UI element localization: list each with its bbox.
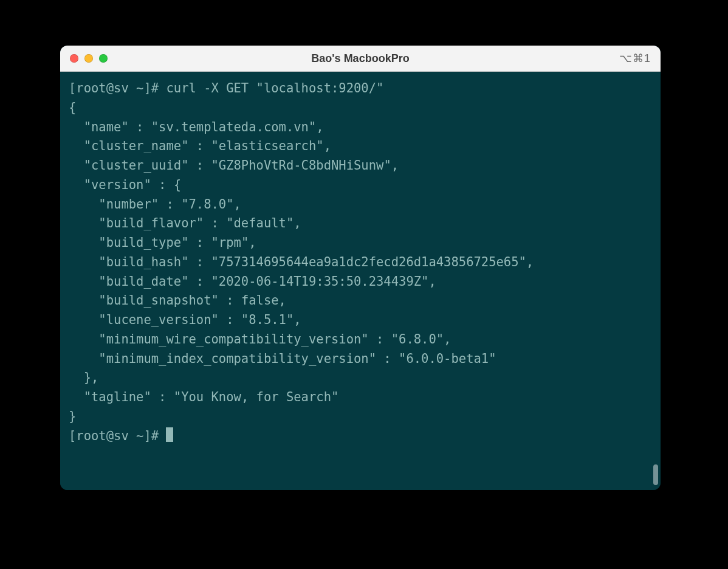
json-value-build-type: rpm <box>219 235 241 250</box>
terminal-body[interactable]: [root@sv ~]# curl -X GET "localhost:9200… <box>60 72 661 490</box>
json-value-min-wire-compat: 6.8.0 <box>399 332 436 347</box>
json-value-cluster-name: elasticsearch <box>219 139 316 153</box>
json-value-version-number: 7.8.0 <box>188 197 226 212</box>
titlebar[interactable]: Bao's MacbookPro ⌥⌘1 <box>60 46 661 72</box>
json-value-build-snapshot: false <box>241 293 279 308</box>
prompt-line: [root@sv ~]# <box>69 429 166 443</box>
json-value-lucene-version: 8.5.1 <box>249 312 286 327</box>
minimize-icon[interactable] <box>84 54 93 63</box>
json-value-build-hash: 757314695644ea9a1dc2fecd26d1a43856725e65 <box>219 255 519 269</box>
json-value-cluster-uuid: GZ8PhoVtRd-C8bdNHiSunw <box>219 158 384 173</box>
shell-prompt: [root@sv ~]# <box>69 81 166 95</box>
prompt-line: [root@sv ~]# curl -X GET "localhost:9200… <box>69 81 383 95</box>
terminal-output[interactable]: [root@sv ~]# curl -X GET "localhost:9200… <box>60 72 661 453</box>
json-value-name: sv.templateda.com.vn <box>159 120 309 134</box>
close-icon[interactable] <box>70 54 78 63</box>
cursor-icon <box>166 427 173 442</box>
terminal-window: Bao's MacbookPro ⌥⌘1 [root@sv ~]# curl -… <box>60 46 661 490</box>
json-value-min-index-compat: 6.0.0-beta1 <box>406 351 489 366</box>
scrollbar-thumb[interactable] <box>653 464 658 485</box>
maximize-icon[interactable] <box>99 54 108 63</box>
json-value-build-flavor: default <box>234 216 286 230</box>
window-title: Bao's MacbookPro <box>60 52 661 65</box>
traffic-lights <box>60 54 108 63</box>
shell-command: curl -X GET "localhost:9200/" <box>166 81 383 95</box>
json-value-build-date: 2020-06-14T19:35:50.234439Z <box>219 274 421 289</box>
shell-prompt: [root@sv ~]# <box>69 429 166 443</box>
hotkey-label: ⌥⌘1 <box>619 52 661 65</box>
json-value-tagline: You Know, for Search <box>181 390 331 404</box>
